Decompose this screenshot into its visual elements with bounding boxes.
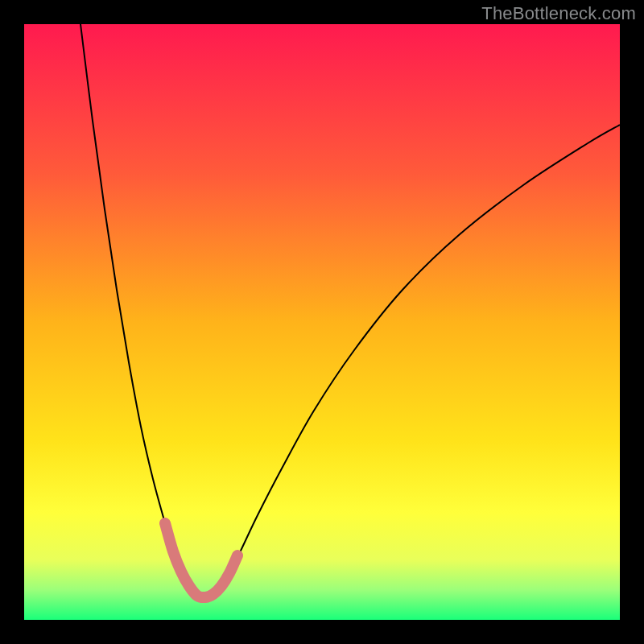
plot-area <box>24 24 620 620</box>
curve-layer <box>24 24 620 620</box>
chart-frame: TheBottleneck.com <box>0 0 644 644</box>
highlight-segment <box>165 523 237 597</box>
bottleneck-curve <box>80 24 620 597</box>
watermark-text: TheBottleneck.com <box>481 3 636 24</box>
